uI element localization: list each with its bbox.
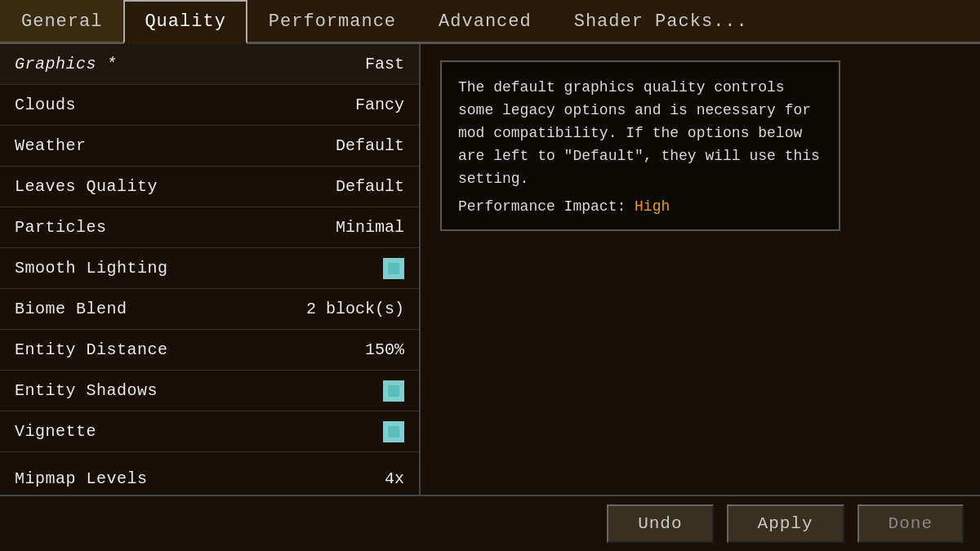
setting-leaves-quality-label: Leaves Quality (15, 177, 158, 196)
checkbox-inner (388, 263, 399, 274)
tab-quality[interactable]: Quality (123, 0, 247, 44)
setting-graphics-value: Fast (365, 55, 404, 73)
setting-entity-shadows-label: Entity Shadows (15, 381, 158, 400)
smooth-lighting-checkbox[interactable] (383, 258, 404, 279)
performance-impact-line: Performance Impact: High (458, 198, 822, 215)
setting-biome-blend-value: 2 block(s) (306, 300, 404, 318)
checkbox-inner-3 (388, 426, 399, 438)
setting-biome-blend-label: Biome Blend (15, 300, 127, 318)
info-box: The default graphics quality controls so… (440, 60, 840, 231)
tab-performance[interactable]: Performance (247, 0, 417, 42)
setting-smooth-lighting[interactable]: Smooth Lighting (0, 248, 419, 289)
setting-particles[interactable]: Particles Minimal (0, 207, 419, 248)
setting-weather-value: Default (336, 136, 404, 155)
setting-mipmap-label: Mipmap Levels (15, 469, 148, 488)
tab-bar: General Quality Performance Advanced Sha… (0, 0, 980, 44)
setting-weather[interactable]: Weather Default (0, 126, 419, 167)
setting-particles-label: Particles (15, 218, 107, 237)
info-description: The default graphics quality controls so… (458, 77, 822, 190)
tab-advanced[interactable]: Advanced (417, 0, 553, 42)
checkbox-inner-2 (388, 385, 399, 397)
bottom-bar: Undo Apply Done (0, 495, 980, 551)
tab-general[interactable]: General (0, 0, 123, 42)
setting-entity-shadows[interactable]: Entity Shadows (0, 371, 419, 411)
setting-clouds[interactable]: Clouds Fancy (0, 85, 419, 126)
setting-vignette[interactable]: Vignette (0, 411, 419, 452)
tab-shader-packs[interactable]: Shader Packs... (553, 0, 769, 42)
setting-weather-label: Weather (15, 136, 87, 155)
entity-shadows-checkbox[interactable] (383, 380, 404, 402)
setting-mipmap-levels[interactable]: Mipmap Levels 4x (0, 459, 419, 495)
done-button[interactable]: Done (858, 504, 964, 543)
setting-leaves-quality-value: Default (336, 177, 404, 196)
setting-entity-distance[interactable]: Entity Distance 150% (0, 330, 419, 371)
setting-mipmap-value: 4x (385, 469, 404, 488)
performance-impact-label: Performance Impact: (458, 198, 635, 215)
info-panel: The default graphics quality controls so… (421, 44, 980, 495)
vignette-checkbox[interactable] (383, 421, 404, 442)
setting-graphics-label: Graphics * (15, 55, 117, 73)
apply-button[interactable]: Apply (727, 504, 844, 543)
setting-clouds-label: Clouds (15, 96, 76, 114)
settings-panel: Graphics * Fast Clouds Fancy Weather Def… (0, 44, 421, 495)
undo-button[interactable]: Undo (607, 504, 713, 543)
setting-entity-distance-label: Entity Distance (15, 340, 168, 359)
setting-entity-distance-value: 150% (365, 340, 404, 359)
setting-biome-blend[interactable]: Biome Blend 2 block(s) (0, 289, 419, 330)
setting-smooth-lighting-label: Smooth Lighting (15, 259, 168, 278)
setting-leaves-quality[interactable]: Leaves Quality Default (0, 167, 419, 207)
performance-impact-value: High (635, 198, 670, 215)
setting-particles-value: Minimal (336, 218, 404, 237)
main-container: General Quality Performance Advanced Sha… (0, 0, 980, 551)
setting-clouds-value: Fancy (355, 96, 404, 114)
main-content: Graphics * Fast Clouds Fancy Weather Def… (0, 44, 980, 495)
setting-vignette-label: Vignette (15, 422, 96, 441)
setting-graphics[interactable]: Graphics * Fast (0, 44, 419, 85)
